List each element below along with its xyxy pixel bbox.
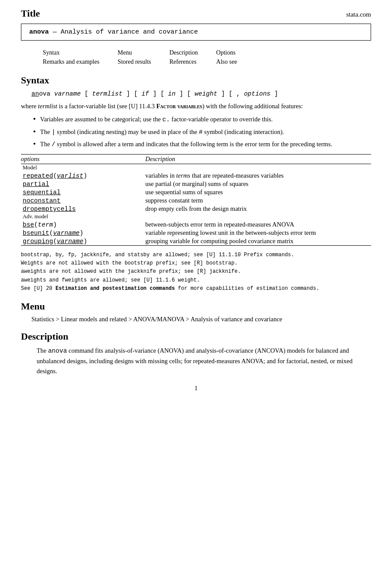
- bracket-close-5: ]: [270, 90, 278, 97]
- bracket-open-4: [: [187, 90, 194, 97]
- nav-options[interactable]: Options: [216, 49, 235, 56]
- where-para: where termlist is a factor-variable list…: [21, 102, 371, 111]
- menu-path: Statistics > Linear models and related >…: [31, 316, 371, 323]
- bottom-rule-row: [21, 246, 371, 247]
- desc-sequential: use sequential sums of squares: [145, 188, 371, 196]
- anova-cmd: anova: [29, 28, 49, 36]
- options-table: options Description Model repeated(varli…: [21, 154, 371, 247]
- cmd-weight: weight: [194, 90, 217, 97]
- opt-repeated: repeated(varlist): [21, 172, 145, 180]
- description-text: The anova command fits analysis-of-varia…: [37, 346, 371, 377]
- bullet-3: The / symbol is allowed after a term and…: [33, 140, 371, 150]
- adv-model-label: Adv. model: [21, 213, 145, 220]
- footnote-1: bootstrap, by, fp, jackknife, and statsb…: [21, 251, 371, 259]
- row-bse: bse(term) between-subjects error term in…: [21, 220, 371, 229]
- col-options-header: options: [21, 155, 145, 164]
- group-adv-model: Adv. model: [21, 213, 371, 220]
- footnote-5: See [U] 20 Estimation and postestimation…: [21, 285, 371, 293]
- desc-noconstant: suppress constant term: [145, 196, 371, 205]
- opt-sequential: sequential: [21, 188, 145, 196]
- opt-noconstant: noconstant: [21, 196, 145, 205]
- row-dropemptycells: dropemptycells drop empty cells from the…: [21, 205, 371, 213]
- bullet-1: Variables are assumed to be categorical;…: [33, 115, 371, 125]
- desc-bse: between-subjects error term in repeated-…: [145, 220, 371, 229]
- bracket-close-4: ]: [217, 90, 228, 97]
- description-heading: Description: [21, 331, 371, 342]
- nav-also-see[interactable]: Also see: [216, 58, 237, 65]
- page: Title stata.com anova — Analysis of vari…: [0, 0, 392, 574]
- row-partial: partial use partial (or marginal) sums o…: [21, 180, 371, 188]
- nav-references[interactable]: References: [169, 58, 196, 65]
- opt-grouping: grouping(varname): [21, 237, 145, 246]
- bracket-open-1: [: [85, 90, 92, 97]
- opt-partial: partial: [21, 180, 145, 188]
- syntax-command-line: anova varname [ termlist ] [ if ] [ in ]…: [31, 90, 371, 97]
- bracket-open-2: [: [134, 90, 141, 97]
- nav-syntax[interactable]: Syntax: [43, 49, 60, 56]
- termlist-ref: termlist: [38, 103, 57, 110]
- desc-partial: use partial (or marginal) sums of square…: [145, 180, 371, 188]
- model-label: Model: [21, 164, 145, 172]
- title-box: anova — Analysis of variance and covaria…: [21, 24, 371, 41]
- cmd-varname: varname: [54, 90, 85, 97]
- page-title: Title: [21, 8, 40, 19]
- bracket-close-3: ]: [176, 90, 187, 97]
- row-sequential: sequential use sequential sums of square…: [21, 188, 371, 196]
- nav-row-1: Syntax Menu Description Options: [43, 48, 237, 57]
- row-noconstant: noconstant suppress constant term: [21, 196, 371, 205]
- opt-bseunit: bseunit(varname): [21, 229, 145, 237]
- desc-dropemptycells: drop empty cells from the design matrix: [145, 205, 371, 213]
- nav-table: Syntax Menu Description Options Remarks …: [42, 48, 238, 67]
- bracket-close-1: ]: [123, 90, 134, 97]
- cmd-anova: anova: [31, 90, 54, 97]
- footnote-4: aweights and fweights are allowed; see […: [21, 276, 371, 285]
- page-number: 1: [21, 385, 371, 392]
- desc-grouping: grouping variable for computing pooled c…: [145, 237, 371, 246]
- cmd-in: in: [168, 90, 175, 97]
- menu-heading: Menu: [21, 301, 371, 312]
- cmd-if: if: [141, 90, 149, 97]
- cmd-options: options: [244, 90, 270, 97]
- row-bseunit: bseunit(varname) variable representing l…: [21, 229, 371, 237]
- footnote-3: aweights are not allowed with the jackkn…: [21, 268, 371, 276]
- footnote-2: Weights are not allowed with the bootstr…: [21, 259, 371, 268]
- options-table-header: options Description: [21, 155, 371, 164]
- row-repeated: repeated(varlist) variables in terms tha…: [21, 172, 371, 180]
- stata-com: stata.com: [346, 11, 371, 18]
- desc-bseunit: variable representing lowest unit in the…: [145, 229, 371, 237]
- col-desc-header: Description: [145, 155, 371, 164]
- opt-dropemptycells: dropemptycells: [21, 205, 145, 213]
- cmd-termlist: termlist: [92, 90, 123, 97]
- nav-remarks[interactable]: Remarks and examples: [43, 58, 99, 65]
- bullet-2: The | symbol (indicating nesting) may be…: [33, 127, 371, 137]
- group-model: Model: [21, 164, 371, 172]
- bullet-list: Variables are assumed to be categorical;…: [33, 115, 371, 150]
- nav-description[interactable]: Description: [169, 49, 198, 56]
- title-separator: —: [49, 28, 61, 36]
- bracket-open-5: [ ,: [229, 90, 244, 97]
- footnotes: bootstrap, by, fp, jackknife, and statsb…: [21, 251, 371, 293]
- page-header: Title stata.com: [21, 8, 371, 19]
- bracket-close-2: ]: [149, 90, 160, 97]
- nav-stored-results[interactable]: Stored results: [118, 58, 151, 65]
- title-description: Analysis of variance and covariance: [61, 28, 198, 36]
- bracket-open-3: [: [160, 90, 168, 97]
- nav-menu[interactable]: Menu: [118, 49, 132, 56]
- row-grouping: grouping(varname) grouping variable for …: [21, 237, 371, 246]
- opt-bse: bse(term): [21, 220, 145, 229]
- desc-repeated: variables in terms that are repeated-mea…: [145, 172, 371, 180]
- nav-row-2: Remarks and examples Stored results Refe…: [43, 58, 237, 66]
- syntax-heading: Syntax: [21, 75, 371, 86]
